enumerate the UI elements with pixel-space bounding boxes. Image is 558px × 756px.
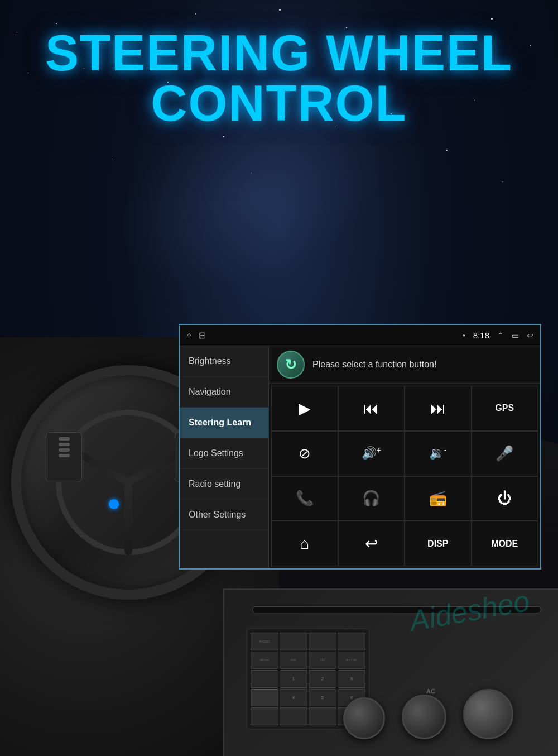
info-message: Please select a function button!: [312, 360, 436, 370]
func-disp-button[interactable]: DISP: [405, 521, 472, 566]
func-next-button[interactable]: ⏭: [405, 386, 472, 431]
func-mode-button[interactable]: MODE: [472, 521, 538, 566]
menu-item-brightness[interactable]: Brightness: [180, 346, 268, 377]
func-vol-down-button[interactable]: 🔉-: [405, 431, 472, 476]
disp-label: DISP: [427, 539, 448, 549]
right-knob: [463, 689, 513, 739]
center-knob: [402, 695, 446, 739]
wheel-spoke-bottom: [124, 482, 132, 555]
menu-item-radio-setting[interactable]: Radio setting: [180, 469, 268, 500]
info-bar: ↻ Please select a function button!: [269, 346, 540, 383]
title-line1: STEERING WHEEL: [45, 25, 513, 81]
func-mic-button[interactable]: 🎤: [472, 431, 538, 476]
cd-slot: [252, 606, 541, 613]
signal-dot: ●: [463, 333, 465, 338]
left-knob: [343, 697, 385, 739]
func-home-button[interactable]: ⌂: [271, 521, 338, 566]
ac-label: AC: [426, 688, 435, 695]
status-right-icons: ● 8:18 ⌃ ▭ ↩: [463, 331, 533, 340]
back-icon[interactable]: ↩: [527, 331, 533, 340]
main-title: STEERING WHEEL CONTROL: [0, 28, 558, 128]
wheel-left-controls: [46, 432, 82, 482]
clock: 8:18: [473, 331, 489, 340]
function-grid: ▶ ⏮ ⏭ GPS ⊘ 🔊+: [269, 384, 540, 568]
window-icon: ▭: [512, 331, 519, 340]
chevron-up-icon: ⌃: [497, 331, 504, 340]
func-prev-button[interactable]: ⏮: [338, 386, 405, 431]
status-left-icons: ⌂ ⊟: [186, 330, 206, 341]
right-panel: ↻ Please select a function button! ▶ ⏮: [269, 346, 540, 568]
menu-item-navigation[interactable]: Navigation: [180, 377, 268, 408]
screen-ui: ⌂ ⊟ ● 8:18 ⌃ ▭ ↩ Brightness Navigation: [179, 324, 541, 570]
left-menu: Brightness Navigation Steering Learn Log…: [180, 346, 269, 568]
func-headset-button[interactable]: 🎧: [338, 476, 405, 521]
func-gps-button[interactable]: GPS: [472, 386, 538, 431]
sync-button[interactable]: ↻: [277, 351, 305, 379]
home-icon[interactable]: ⌂: [186, 331, 192, 341]
wheel-blue-button: [109, 499, 119, 509]
bookmark-icon[interactable]: ⊟: [199, 330, 206, 341]
gps-label: GPS: [495, 403, 514, 413]
func-power-button[interactable]: ⏻: [472, 476, 538, 521]
status-bar: ⌂ ⊟ ● 8:18 ⌃ ▭ ↩: [180, 325, 540, 346]
mode-label: MODE: [491, 539, 518, 549]
func-vol-up-button[interactable]: 🔊+: [338, 431, 405, 476]
func-back-button[interactable]: ↩: [338, 521, 405, 566]
func-phone-button[interactable]: 📞: [271, 476, 338, 521]
screen-content: Brightness Navigation Steering Learn Log…: [180, 346, 540, 568]
func-mute-button[interactable]: ⊘: [271, 431, 338, 476]
menu-item-other-settings[interactable]: Other Settings: [180, 500, 268, 530]
title-line2: CONTROL: [151, 75, 407, 131]
menu-item-steering-learn[interactable]: Steering Learn: [180, 408, 268, 438]
func-radio-button[interactable]: 📻: [405, 476, 472, 521]
func-play-button[interactable]: ▶: [271, 386, 338, 431]
sync-symbol: ↻: [285, 356, 297, 374]
background: RADIO MEDIA NAV TEL MY CAR 1 2 3 4 5 6 A…: [0, 0, 558, 756]
menu-item-logo-settings[interactable]: Logo Settings: [180, 438, 268, 469]
title-container: STEERING WHEEL CONTROL: [0, 28, 558, 128]
dashboard-panel: RADIO MEDIA NAV TEL MY CAR 1 2 3 4 5 6 A…: [223, 588, 558, 756]
